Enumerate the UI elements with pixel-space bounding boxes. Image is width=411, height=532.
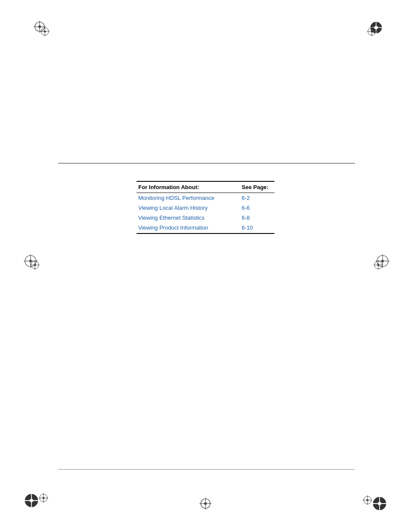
registration-mark-mr-inner — [374, 260, 383, 270]
toc-row-page[interactable]: 6-2 — [240, 193, 274, 203]
registration-mark-tr-inner — [367, 27, 377, 36]
registration-mark-bl-inner — [39, 493, 48, 503]
svg-point-7 — [44, 31, 46, 33]
horizontal-rule-bottom — [58, 469, 355, 470]
toc-col-header-topic: For Information About: — [137, 181, 240, 193]
svg-point-15 — [371, 31, 373, 33]
horizontal-rule-top — [58, 163, 355, 164]
toc-row[interactable]: Viewing Product Information6-10 — [137, 223, 274, 233]
svg-point-23 — [34, 264, 36, 266]
toc-row-label[interactable]: Monitoring HDSL Performance — [137, 193, 240, 203]
toc-row-label[interactable]: Viewing Local Alarm History — [137, 203, 240, 213]
svg-point-39 — [43, 497, 45, 499]
svg-point-51 — [367, 499, 369, 501]
toc-row-page[interactable]: 6-6 — [240, 203, 274, 213]
registration-mark-bc — [199, 498, 212, 510]
toc-row[interactable]: Viewing Local Alarm History6-6 — [137, 203, 274, 213]
toc-row[interactable]: Monitoring HDSL Performance6-2 — [137, 193, 274, 203]
registration-mark-bl-outer — [24, 493, 39, 508]
toc-col-header-page: See Page: — [240, 181, 274, 193]
toc-row-page[interactable]: 6-8 — [240, 213, 274, 223]
svg-point-47 — [378, 502, 381, 505]
toc-row[interactable]: Viewing Ethernet Statistics6-8 — [137, 213, 274, 223]
toc-content-area: For Information About: See Page: Monitor… — [137, 181, 274, 234]
toc-header-row: For Information About: See Page: — [137, 181, 274, 193]
toc-row-label[interactable]: Viewing Ethernet Statistics — [137, 213, 240, 223]
registration-mark-tl-inner — [40, 27, 50, 36]
svg-point-31 — [377, 264, 380, 266]
toc-row-label[interactable]: Viewing Product Information — [137, 223, 240, 233]
toc-table: For Information About: See Page: Monitor… — [137, 181, 274, 234]
registration-mark-ml-inner — [30, 260, 40, 270]
registration-mark-br-inner — [363, 495, 372, 505]
toc-row-page[interactable]: 6-10 — [240, 223, 274, 233]
svg-point-43 — [204, 502, 207, 505]
svg-point-35 — [30, 499, 33, 502]
registration-mark-br-outer — [372, 496, 387, 511]
